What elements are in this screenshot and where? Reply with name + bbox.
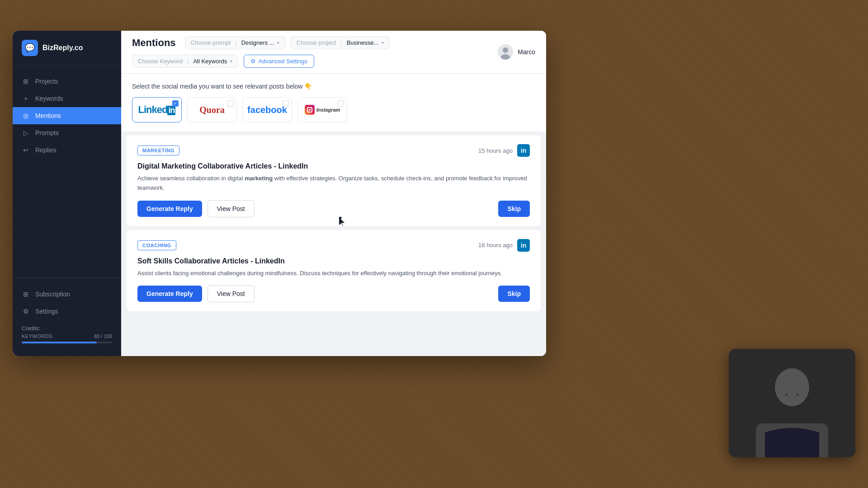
instagram-checkbox	[338, 100, 344, 107]
instagram-logo: Instagram	[305, 105, 340, 115]
keywords-row: KEYWORDS 83 / 100	[22, 333, 112, 339]
sidebar-item-mentions[interactable]: ◎ Mentions	[13, 107, 121, 124]
svg-point-4	[775, 368, 809, 406]
post-card-1: MARKETING 15 hours ago in Digital Market…	[127, 135, 541, 226]
prompt-chevron: ▾	[277, 40, 279, 45]
sidebar-item-keywords[interactable]: + Keywords	[13, 90, 121, 107]
keyword-chevron: ▾	[230, 59, 232, 64]
sidebar-bottom: ⊞ Subscription ⚙ Settings Credits: KEYWO…	[13, 278, 121, 356]
post-2-time: 18 hours ago	[478, 242, 513, 249]
sidebar-label-prompts: Prompts	[35, 129, 59, 136]
facebook-logo: facebook	[247, 105, 287, 115]
project-placeholder: Choose project	[297, 39, 336, 46]
post-1-title: Digital Marketing Collaborative Articles…	[137, 162, 530, 170]
avatar	[498, 44, 513, 60]
post-1-meta: 15 hours ago in	[478, 144, 530, 157]
progress-fill	[22, 342, 97, 343]
social-option-facebook[interactable]: facebook	[242, 97, 292, 122]
svg-point-1	[503, 47, 508, 53]
linkedin-checkbox: ✓	[172, 100, 179, 107]
quora-checkbox	[227, 100, 234, 107]
keywords-count: 83 / 100	[94, 333, 112, 339]
post-card-2: COACHING 18 hours ago in Soft Skills Col…	[127, 230, 541, 312]
project-chevron: ▾	[382, 40, 384, 45]
replies-icon: ↩	[22, 146, 30, 154]
header-right: Marco	[498, 44, 535, 60]
gear-icon: ⚙	[250, 58, 256, 65]
settings-icon: ⚙	[22, 307, 30, 315]
mentions-icon: ◎	[22, 112, 30, 120]
quora-logo: Quora	[199, 105, 225, 115]
logo-icon: 💬	[22, 40, 38, 56]
projects-icon: ⊞	[22, 77, 30, 85]
sidebar-label-projects: Projects	[35, 78, 58, 85]
social-option-linkedin[interactable]: ✓ Linkedin	[132, 97, 182, 122]
view-post-button-1[interactable]: View Post	[208, 200, 255, 217]
sidebar-label-keywords: Keywords	[35, 95, 63, 102]
keyword-placeholder: Choose Keyword	[138, 58, 183, 65]
video-content	[729, 349, 855, 457]
sidebar-nav: ⊞ Projects + Keywords ◎ Mentions ▷ Promp…	[13, 66, 121, 278]
project-value: Businesse...	[347, 39, 379, 46]
generate-reply-button-1[interactable]: Generate Reply	[137, 201, 202, 217]
post-1-time: 15 hours ago	[478, 147, 513, 154]
post-2-title: Soft Skills Collaborative Articles - Lin…	[137, 257, 530, 265]
skip-button-1[interactable]: Skip	[498, 201, 530, 217]
content-area: Select the social media you want to see …	[121, 74, 546, 356]
sidebar: 💬 BizReply.co ⊞ Projects + Keywords ◎ Me…	[13, 31, 121, 356]
sidebar-label-mentions: Mentions	[35, 112, 61, 119]
post-1-header: MARKETING 15 hours ago in	[137, 144, 530, 157]
sidebar-item-replies[interactable]: ↩ Replies	[13, 141, 121, 159]
page-title: Mentions	[132, 37, 176, 49]
post-2-body: Assist clients facing emotional challeng…	[137, 269, 530, 278]
social-option-quora[interactable]: Quora	[187, 97, 237, 122]
linkedin-logo: Linkedin	[138, 104, 176, 116]
advanced-settings-label: Advanced Settings	[259, 58, 307, 65]
post-1-tag: MARKETING	[137, 145, 179, 155]
advanced-settings-button[interactable]: ⚙ Advanced Settings	[244, 55, 314, 68]
prompt-placeholder: Choose prompt	[191, 39, 231, 46]
prompt-filter[interactable]: Choose prompt | Designers ... ▾	[185, 36, 285, 49]
view-post-button-2[interactable]: View Post	[208, 285, 255, 302]
post-1-actions: Generate Reply View Post Skip	[137, 200, 530, 217]
sidebar-item-subscription[interactable]: ⊞ Subscription	[13, 286, 121, 303]
video-panel	[729, 349, 855, 457]
keywords-label: KEYWORDS	[22, 333, 52, 339]
sidebar-label-replies: Replies	[35, 146, 57, 154]
social-selector: Select the social media you want to see …	[121, 74, 546, 131]
post-1-platform-badge: in	[517, 144, 530, 157]
facebook-checkbox	[283, 100, 289, 107]
skip-button-2[interactable]: Skip	[498, 286, 530, 302]
main-content: Mentions Choose prompt | Designers ... ▾…	[121, 31, 546, 356]
social-option-instagram[interactable]: Instagram	[297, 97, 347, 122]
sidebar-item-settings[interactable]: ⚙ Settings	[13, 303, 121, 320]
post-2-tag: COACHING	[137, 240, 176, 250]
svg-rect-7	[796, 394, 799, 395]
prompt-value: Designers ...	[241, 39, 274, 46]
post-1-body: Achieve seamless collaboration in digita…	[137, 174, 530, 193]
logo-area: 💬 BizReply.co	[13, 31, 121, 66]
keywords-icon: +	[22, 94, 30, 103]
keyword-filter[interactable]: Choose Keyword | All Keywords ▾	[132, 55, 238, 68]
social-selector-label: Select the social media you want to see …	[132, 83, 535, 90]
progress-bar	[22, 342, 112, 343]
credits-section: Credits: KEYWORDS 83 / 100	[13, 320, 121, 349]
social-options: ✓ Linkedin Quora facebook	[132, 97, 535, 122]
sidebar-item-projects[interactable]: ⊞ Projects	[13, 73, 121, 90]
svg-point-2	[501, 54, 510, 60]
credits-label: Credits:	[22, 325, 112, 332]
prompts-icon: ▷	[22, 129, 30, 137]
header-left: Mentions Choose prompt | Designers ... ▾…	[132, 36, 498, 68]
posts-container: MARKETING 15 hours ago in Digital Market…	[121, 135, 546, 311]
subscription-icon: ⊞	[22, 290, 30, 298]
user-name: Marco	[518, 48, 535, 56]
svg-rect-6	[785, 394, 788, 395]
sidebar-item-prompts[interactable]: ▷ Prompts	[13, 124, 121, 141]
main-header: Mentions Choose prompt | Designers ... ▾…	[121, 31, 546, 74]
post-2-meta: 18 hours ago in	[478, 239, 530, 252]
sidebar-label-subscription: Subscription	[35, 291, 70, 298]
project-filter[interactable]: Choose project | Businesse... ▾	[291, 36, 390, 49]
sidebar-label-settings: Settings	[35, 308, 58, 315]
post-2-header: COACHING 18 hours ago in	[137, 239, 530, 252]
generate-reply-button-2[interactable]: Generate Reply	[137, 286, 202, 302]
